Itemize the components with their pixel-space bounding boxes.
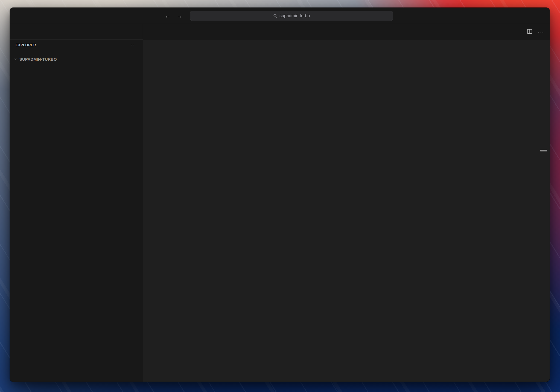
activity-and-tabs-strip: ···: [10, 24, 550, 40]
code-editor[interactable]: [143, 49, 550, 382]
tree-root-folder[interactable]: SUPADMIN-TURBO: [10, 54, 143, 64]
minimize-window-button[interactable]: [21, 13, 26, 18]
history-nav: ← →: [165, 12, 183, 19]
tab-bar: ···: [143, 24, 550, 40]
search-icon: [273, 14, 277, 18]
command-center-search[interactable]: supadmin-turbo: [190, 11, 393, 21]
forward-icon[interactable]: →: [177, 12, 183, 19]
window-controls: [14, 13, 33, 18]
vscode-window: ← → supadmin-turbo ··· EXPLORER ···: [10, 8, 550, 382]
scrollbar-cursor-marker[interactable]: [540, 150, 547, 151]
close-window-button[interactable]: [14, 13, 19, 18]
zoom-window-button[interactable]: [28, 13, 33, 18]
workbench: EXPLORER ··· SUPADMIN-TURBO: [10, 40, 550, 382]
explorer-title: EXPLORER: [16, 43, 36, 47]
editor-pane: [143, 40, 550, 382]
chevron-down-icon: [14, 57, 17, 61]
split-editor-icon[interactable]: [527, 29, 532, 35]
search-value: supadmin-turbo: [279, 13, 310, 18]
breadcrumb: [143, 40, 550, 49]
explorer-more-icon[interactable]: ···: [131, 42, 137, 48]
tree-root-label: SUPADMIN-TURBO: [19, 57, 57, 62]
activity-bar: [10, 24, 143, 40]
explorer-sidebar: EXPLORER ··· SUPADMIN-TURBO: [10, 40, 143, 382]
file-tree: [10, 64, 143, 359]
back-icon[interactable]: ←: [165, 12, 171, 19]
editor-actions: ···: [527, 24, 544, 40]
more-actions-icon[interactable]: ···: [538, 29, 544, 35]
titlebar: ← → supadmin-turbo: [10, 8, 550, 24]
explorer-header: EXPLORER ···: [10, 40, 143, 50]
